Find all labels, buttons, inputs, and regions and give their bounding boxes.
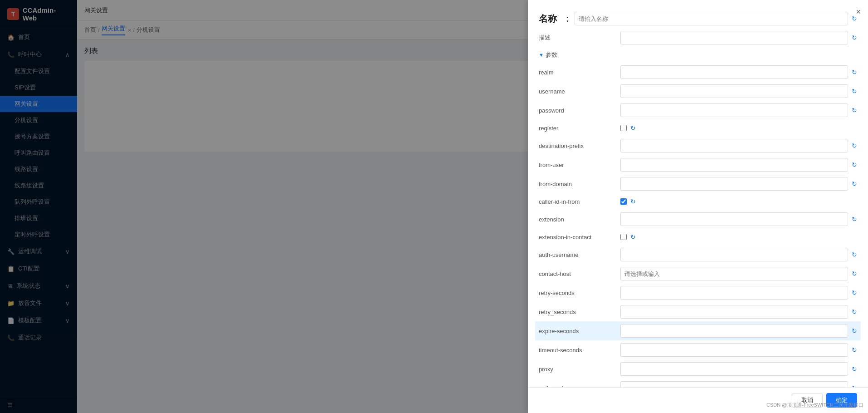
- refresh-auth-username[interactable]: ↻: [852, 251, 857, 258]
- form-row-timeout-seconds: timeout-seconds↻: [539, 340, 857, 359]
- desc-label: 描述: [539, 34, 620, 42]
- refresh-extension-in-contact[interactable]: ↻: [630, 233, 636, 241]
- label-from-user: from-user: [539, 162, 620, 168]
- modal-body: 名称 : ↻ 描述 ↻ ▼ 参数 realm↻username↻password…: [528, 0, 868, 387]
- checkbox-caller-id-in-from[interactable]: [620, 198, 627, 205]
- modal-footer: 取消 确定: [528, 387, 868, 413]
- refresh-expire-seconds[interactable]: ↻: [852, 327, 857, 334]
- watermark: CSDN @顶顶通-FreeSWITCH二次开发接口: [766, 402, 863, 408]
- refresh-realm[interactable]: ↻: [852, 69, 857, 76]
- input-from-domain[interactable]: [620, 177, 848, 191]
- form-fields-container: realm↻username↻password↻register↻destina…: [539, 63, 857, 387]
- select-contact-host[interactable]: [620, 267, 848, 280]
- modal-overlay: × 名称 : ↻ 描述 ↻ ▼ 参数 realm↻username↻passwo…: [0, 0, 868, 413]
- refresh-caller-id-in-from[interactable]: ↻: [630, 198, 636, 205]
- form-row-contact-host: contact-host↻: [539, 264, 857, 283]
- label-destination-prefix: destination-prefix: [539, 143, 620, 149]
- params-label: 参数: [546, 51, 557, 59]
- input-outbound-proxy[interactable]: [620, 381, 848, 387]
- form-row-expire-seconds: expire-seconds↻: [535, 321, 861, 340]
- label-expire-seconds: expire-seconds: [539, 328, 620, 334]
- label-retry-seconds: retry-seconds: [539, 290, 620, 296]
- form-row-realm: realm↻: [539, 63, 857, 82]
- form-row-retry-seconds: retry-seconds↻: [539, 283, 857, 302]
- input-timeout-seconds[interactable]: [620, 343, 848, 357]
- label-proxy: proxy: [539, 366, 620, 373]
- form-row-extension: extension↻: [539, 210, 857, 229]
- form-row-desc: 描述 ↻: [539, 28, 857, 47]
- label-caller-id-in-from: caller-id-in-from: [539, 198, 620, 205]
- form-row-register: register↻: [539, 120, 857, 136]
- form-row-extension-in-contact: extension-in-contact↻: [539, 229, 857, 245]
- params-section-header[interactable]: ▼ 参数: [539, 47, 857, 63]
- form-row-name: 名称 : ↻: [539, 9, 857, 28]
- refresh-timeout-seconds[interactable]: ↻: [852, 346, 857, 354]
- form-row-outbound-proxy: outbound-proxy↻: [539, 379, 857, 387]
- refresh-destination-prefix[interactable]: ↻: [852, 142, 857, 149]
- form-row-password: password↻: [539, 101, 857, 120]
- input-retry_seconds[interactable]: [620, 305, 848, 319]
- refresh-username[interactable]: ↻: [852, 88, 857, 95]
- checkbox-register[interactable]: [620, 125, 627, 131]
- label-retry_seconds: retry_seconds: [539, 309, 620, 315]
- input-extension[interactable]: [620, 212, 848, 226]
- input-retry-seconds[interactable]: [620, 286, 848, 300]
- input-destination-prefix[interactable]: [620, 139, 848, 152]
- input-username[interactable]: [620, 84, 848, 98]
- label-timeout-seconds: timeout-seconds: [539, 347, 620, 354]
- label-register: register: [539, 125, 620, 132]
- label-from-domain: from-domain: [539, 181, 620, 187]
- name-input[interactable]: [575, 12, 848, 25]
- label-password: password: [539, 107, 620, 114]
- label-extension-in-contact: extension-in-contact: [539, 234, 620, 241]
- form-row-username: username↻: [539, 82, 857, 101]
- label-contact-host: contact-host: [539, 270, 620, 277]
- input-from-user[interactable]: [620, 158, 848, 172]
- desc-input[interactable]: [620, 31, 848, 44]
- label-username: username: [539, 88, 620, 95]
- refresh-extension[interactable]: ↻: [852, 216, 857, 223]
- input-expire-seconds[interactable]: [620, 324, 848, 338]
- desc-refresh-icon[interactable]: ↻: [852, 34, 857, 41]
- form-row-retry_seconds: retry_seconds↻: [539, 302, 857, 321]
- form-row-from-user: from-user↻: [539, 155, 857, 174]
- refresh-retry_seconds[interactable]: ↻: [852, 308, 857, 315]
- refresh-contact-host[interactable]: ↻: [852, 270, 857, 277]
- label-extension: extension: [539, 216, 620, 223]
- input-realm[interactable]: [620, 65, 848, 79]
- label-auth-username: auth-username: [539, 251, 620, 258]
- label-realm: realm: [539, 69, 620, 76]
- params-arrow-icon: ▼: [539, 52, 544, 58]
- checkbox-extension-in-contact[interactable]: [620, 234, 627, 240]
- form-row-proxy: proxy↻: [539, 359, 857, 379]
- name-label: 名称: [539, 13, 566, 25]
- form-row-auth-username: auth-username↻: [539, 245, 857, 264]
- refresh-proxy[interactable]: ↻: [852, 365, 857, 373]
- input-proxy[interactable]: [620, 362, 848, 376]
- input-password[interactable]: [620, 103, 848, 117]
- form-row-destination-prefix: destination-prefix↻: [539, 136, 857, 155]
- refresh-register[interactable]: ↻: [630, 124, 636, 132]
- refresh-password[interactable]: ↻: [852, 107, 857, 114]
- input-auth-username[interactable]: [620, 248, 848, 261]
- form-row-caller-id-in-from: caller-id-in-from↻: [539, 193, 857, 210]
- refresh-from-domain[interactable]: ↻: [852, 180, 857, 187]
- refresh-retry-seconds[interactable]: ↻: [852, 289, 857, 296]
- form-row-from-domain: from-domain↻: [539, 174, 857, 193]
- refresh-from-user[interactable]: ↻: [852, 161, 857, 168]
- modal-panel: × 名称 : ↻ 描述 ↻ ▼ 参数 realm↻username↻passwo…: [528, 0, 868, 413]
- modal-close-button[interactable]: ×: [856, 7, 861, 17]
